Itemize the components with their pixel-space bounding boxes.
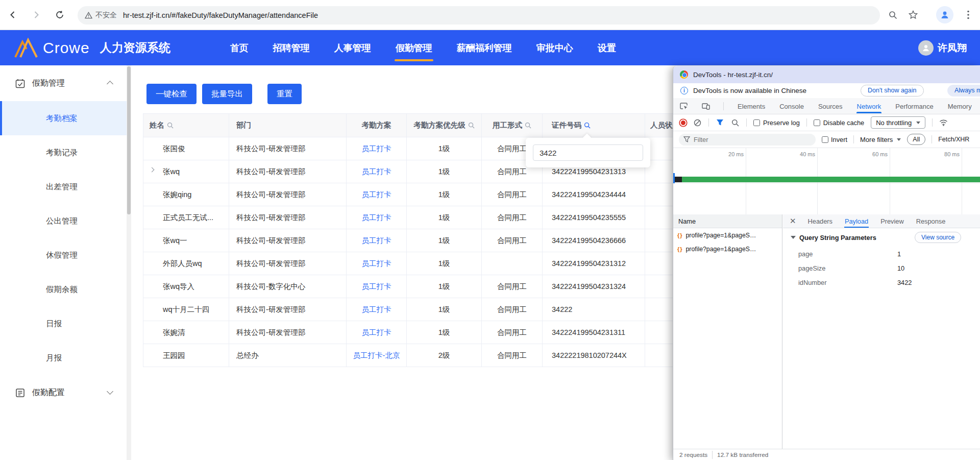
- url-text[interactable]: hr-test.zjf-it.cn/#/fakeDuty/fakeDutyMan…: [123, 11, 318, 19]
- nav-item-attendance[interactable]: 假勤管理: [395, 32, 433, 64]
- more-filters-button[interactable]: More filters: [860, 136, 901, 143]
- search-icon-active[interactable]: [584, 122, 591, 129]
- sidebar-scrollbar[interactable]: [127, 65, 131, 460]
- view-source-button[interactable]: View source: [915, 232, 961, 243]
- check-all-button[interactable]: 一键检查: [146, 84, 197, 104]
- search-icon[interactable]: [167, 122, 174, 129]
- request-list-header[interactable]: Name: [673, 214, 782, 228]
- table-row[interactable]: 王园园 总经办 员工打卡-北京 2级 合同用工 3422221981020724…: [143, 344, 694, 367]
- expand-row-icon[interactable]: [150, 167, 155, 173]
- plan-link[interactable]: 员工打卡: [362, 328, 391, 337]
- sidebar-item-attendance-file[interactable]: 考勤档案: [0, 101, 127, 135]
- sidebar-item-leave[interactable]: 休假管理: [0, 238, 127, 272]
- search-icon[interactable]: [468, 122, 475, 129]
- table-row[interactable]: 张wq导入 科技公司-数字化中心 员工打卡 1级 合同用工 3422241995…: [143, 275, 694, 298]
- sidebar-item-attendance-record[interactable]: 考勤记录: [0, 135, 127, 170]
- detail-tab-preview[interactable]: Preview: [880, 214, 904, 228]
- plan-link[interactable]: 员工打卡-北京: [353, 351, 400, 360]
- devtools-tab-network[interactable]: Network: [856, 99, 882, 113]
- plan-link[interactable]: 员工打卡: [362, 259, 391, 269]
- network-search-icon[interactable]: [731, 118, 740, 127]
- reload-icon[interactable]: [52, 7, 67, 22]
- disable-cache-label[interactable]: Disable cache: [823, 119, 864, 127]
- request-row[interactable]: { } profile?page=1&pageS…: [673, 242, 782, 256]
- invert-label[interactable]: Invert: [831, 136, 847, 143]
- plan-link[interactable]: 员工打卡: [362, 305, 391, 314]
- filter-chip-all[interactable]: All: [907, 134, 925, 145]
- table-row[interactable]: 张wq一 科技公司-研发管理部 员工打卡 1级 合同用工 34222419950…: [143, 229, 694, 252]
- table-row[interactable]: 张婉清 科技公司-研发管理部 员工打卡 1级 合同用工 342224199504…: [143, 321, 694, 344]
- sidebar-item-daily-report[interactable]: 日报: [0, 306, 127, 341]
- search-icon[interactable]: [525, 122, 531, 129]
- device-toolbar-icon[interactable]: [701, 102, 710, 110]
- address-bar[interactable]: 不安全 hr-test.zjf-it.cn/#/fakeDuty/fakeDut…: [78, 6, 880, 25]
- sidebar-group-config[interactable]: 假勤配置: [0, 375, 127, 410]
- reset-button[interactable]: 重置: [267, 84, 302, 104]
- preserve-log-label[interactable]: Preserve log: [763, 119, 800, 127]
- sidebar-item-leave-balance[interactable]: 假期余额: [0, 272, 127, 306]
- plan-link[interactable]: 员工打卡: [362, 236, 391, 246]
- plan-link[interactable]: 员工打卡: [362, 213, 391, 223]
- scrollbar-thumb[interactable]: [127, 66, 131, 214]
- detail-tab-response[interactable]: Response: [916, 214, 946, 228]
- table-row[interactable]: 外部人员wq 科技公司-研发管理部 员工打卡 1级 34222419950423…: [143, 252, 694, 275]
- plan-link[interactable]: 员工打卡: [362, 190, 391, 200]
- query-string-section-header[interactable]: Query String Parameters View source: [783, 228, 980, 247]
- forward-icon[interactable]: [29, 7, 44, 22]
- network-overview-strip[interactable]: [673, 161, 980, 183]
- devtools-titlebar[interactable]: DevTools - hr-test.zjf-it.cn/: [673, 66, 980, 83]
- throttling-select[interactable]: No throttling: [871, 116, 925, 129]
- devtools-tab-console[interactable]: Console: [779, 99, 804, 113]
- disable-cache-checkbox[interactable]: [814, 119, 820, 126]
- clear-network-icon[interactable]: [693, 118, 702, 127]
- devtools-tab-performance[interactable]: Performance: [895, 99, 934, 113]
- invert-checkbox[interactable]: [822, 136, 828, 143]
- detail-tab-headers[interactable]: Headers: [807, 214, 833, 228]
- request-row[interactable]: { } profile?page=1&pageS…: [673, 228, 782, 242]
- nav-item-approval[interactable]: 审批中心: [535, 32, 574, 64]
- plan-link[interactable]: 员工打卡: [362, 167, 391, 177]
- network-filter-pill[interactable]: [679, 134, 816, 146]
- id-number-filter-input[interactable]: [533, 144, 643, 161]
- nav-item-payroll[interactable]: 薪酬福利管理: [456, 32, 513, 64]
- profile-avatar-icon[interactable]: [936, 6, 953, 23]
- devtools-tab-elements[interactable]: Elements: [737, 99, 766, 113]
- not-secure-chip[interactable]: 不安全: [85, 11, 123, 20]
- inspect-element-icon[interactable]: [679, 102, 688, 110]
- table-row[interactable]: 正式员工无试... 科技公司-研发管理部 员工打卡 1级 合同用工 342224…: [143, 206, 694, 229]
- sidebar-item-monthly-report[interactable]: 月报: [0, 341, 127, 375]
- table-row[interactable]: 张婉qing 科技公司-研发管理部 员工打卡 1级 合同用工 342224199…: [143, 183, 694, 206]
- bookmark-star-icon[interactable]: [906, 8, 920, 21]
- table-row[interactable]: wq十月二十四 科技公司-研发管理部 员工打卡 1级 合同用工 34222: [143, 298, 694, 321]
- nav-item-settings[interactable]: 设置: [597, 32, 617, 64]
- sidebar-group-attendance[interactable]: 假勤管理: [0, 65, 127, 101]
- network-conditions-icon[interactable]: [939, 118, 948, 127]
- detail-tab-payload[interactable]: Payload: [844, 214, 869, 228]
- plan-link[interactable]: 员工打卡: [362, 144, 391, 154]
- nav-item-recruit[interactable]: 招聘管理: [272, 32, 311, 64]
- batch-export-button[interactable]: 批量导出: [202, 84, 252, 104]
- dont-show-again-button[interactable]: Don't show again: [861, 85, 924, 96]
- sidebar-item-outing[interactable]: 公出管理: [0, 204, 127, 238]
- devtools-tab-sources[interactable]: Sources: [818, 99, 843, 113]
- nav-item-home[interactable]: 首页: [229, 32, 250, 64]
- network-filter-input[interactable]: [694, 136, 796, 143]
- filter-chip-fetch-xhr[interactable]: Fetch/XHR: [938, 136, 969, 143]
- nav-item-hr[interactable]: 人事管理: [333, 32, 372, 64]
- close-detail-icon[interactable]: ✕: [790, 216, 796, 226]
- record-network-icon[interactable]: [680, 119, 687, 126]
- user-box[interactable]: 许凤翔: [918, 40, 967, 56]
- overview-drag-handle[interactable]: [673, 173, 675, 183]
- preserve-log-checkbox[interactable]: [753, 119, 760, 126]
- chevron-up-icon[interactable]: [107, 81, 113, 87]
- back-icon[interactable]: [5, 7, 20, 22]
- plan-link[interactable]: 员工打卡: [362, 282, 391, 292]
- devtools-tab-memory[interactable]: Memory: [947, 99, 972, 113]
- zoom-icon[interactable]: [886, 8, 899, 21]
- menu-dots-icon[interactable]: [962, 8, 975, 21]
- sidebar-item-business-trip[interactable]: 出差管理: [0, 170, 127, 204]
- section-caret-icon[interactable]: [791, 236, 796, 239]
- filter-funnel-icon[interactable]: [716, 118, 724, 127]
- always-match-language-button[interactable]: Always match Chrome's language: [947, 85, 980, 96]
- chevron-down-icon[interactable]: [107, 388, 113, 395]
